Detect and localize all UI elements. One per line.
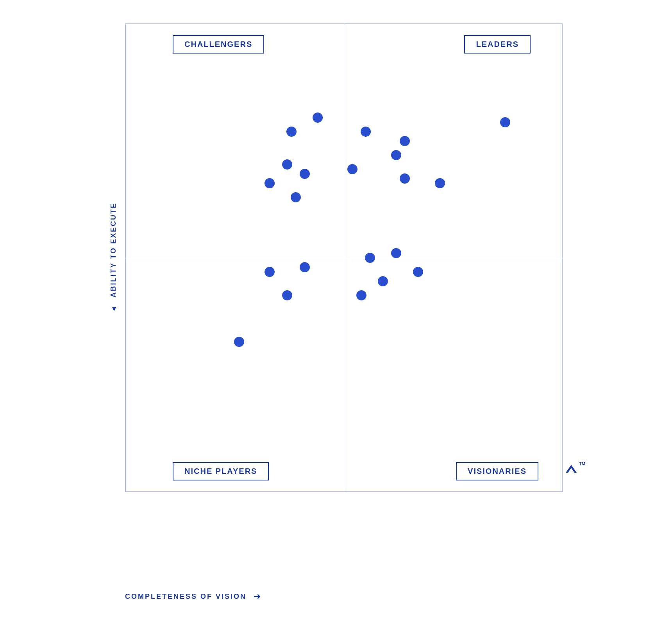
dot-16 [282,290,292,300]
quadrant-container: CHALLENGERS LEADERS NICHE PLAYERS VISION… [125,23,563,492]
y-axis-label: ▲ ABILITY TO EXECUTE [109,202,118,313]
leaders-label: LEADERS [464,35,531,54]
chart-area: ▲ ABILITY TO EXECUTE CHALLENGERS LEADERS… [102,23,570,584]
dot-7 [361,127,371,137]
gartner-icon [564,462,578,476]
y-axis-container: ▲ ABILITY TO EXECUTE [102,23,125,492]
tm-badge: TM [564,462,585,476]
dot-4 [300,169,310,179]
dot-9 [391,150,401,160]
vertical-divider [344,24,344,491]
dot-12 [400,173,410,184]
dot-5 [265,178,275,188]
dot-6 [291,192,301,202]
magic-quadrant-wrapper: ▲ ABILITY TO EXECUTE CHALLENGERS LEADERS… [102,23,570,602]
dot-1 [313,112,323,123]
dot-10 [500,117,510,127]
dot-14 [265,267,275,277]
dot-18 [365,253,375,263]
dot-21 [413,267,423,277]
dot-19 [391,248,401,258]
dot-3 [282,159,292,170]
visionaries-label: VISIONARIES [456,462,538,480]
y-axis-arrow: ▲ [109,305,118,313]
dot-20 [378,276,388,286]
dot-15 [300,262,310,272]
dot-17 [234,337,244,347]
dot-13 [435,178,445,188]
dot-11 [347,164,357,174]
dot-8 [400,136,410,146]
tm-text: TM [579,462,585,466]
challengers-label: CHALLENGERS [173,35,264,54]
x-axis-label: COMPLETENESS OF VISION [125,593,247,601]
x-axis-area: COMPLETENESS OF VISION ➜ [102,591,261,602]
dot-22 [356,290,366,300]
x-axis-arrow: ➜ [254,591,261,602]
dot-2 [286,127,297,137]
niche-players-label: NICHE PLAYERS [173,462,269,480]
